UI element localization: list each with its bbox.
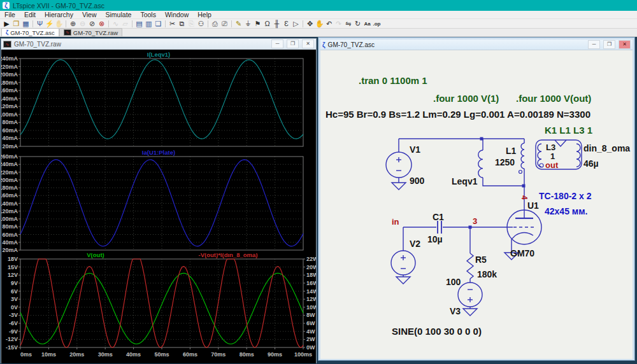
- trace-title[interactable]: Ia(U1:Plate): [142, 149, 175, 156]
- v3-source[interactable]: [458, 283, 482, 307]
- print-preview-icon[interactable]: ⎚: [220, 20, 229, 28]
- schematic-label-k_directive[interactable]: K1 L1 L3 1: [545, 125, 592, 136]
- schematic-label-sec_name[interactable]: din_8_oma: [583, 143, 630, 153]
- waveform-plot-area[interactable]: 240mA220mA200mA180mA160mA140mA120mA100mA…: [1, 50, 316, 363]
- move-icon[interactable]: ✥: [305, 20, 315, 28]
- resistor-icon[interactable]: Ω: [262, 20, 272, 28]
- menu-item-hierarchy[interactable]: Hierarchy: [40, 11, 78, 18]
- close-button[interactable]: ✕: [302, 39, 314, 48]
- schematic-label-u1_value[interactable]: GM70: [510, 248, 534, 258]
- inductor-coil[interactable]: [478, 150, 483, 178]
- schematic-label-l1_name[interactable]: L1: [506, 146, 517, 156]
- text-icon[interactable]: Aa: [362, 20, 372, 28]
- diode-icon[interactable]: ▷: [291, 20, 301, 28]
- schematic-label-c1_value[interactable]: 10µ: [427, 234, 443, 244]
- schematic-label-size_comment[interactable]: 42x45 мм.: [545, 206, 587, 216]
- wire-icon[interactable]: ✎: [234, 20, 243, 28]
- ground-symbol[interactable]: [392, 183, 406, 190]
- save-icon[interactable]: ▦: [21, 20, 31, 28]
- minimize-button[interactable]: ─: [588, 40, 600, 49]
- spice-directive-icon[interactable]: .op: [372, 20, 382, 28]
- app-titlebar[interactable]: ζ LTspice XVII - GM-70_TVZ.asc: [0, 0, 637, 11]
- find-icon[interactable]: ⚇: [196, 20, 206, 28]
- schematic-label-v3_value[interactable]: 100: [446, 277, 461, 287]
- schematic-label-v1_name[interactable]: V1: [410, 144, 420, 155]
- schematic-label-v3_name[interactable]: V3: [450, 306, 461, 316]
- menu-item-view[interactable]: View: [78, 11, 101, 18]
- schematic-label-in_net[interactable]: in: [392, 217, 399, 227]
- schematic-label-u1_name[interactable]: U1: [527, 200, 539, 211]
- schematic-window-titlebar[interactable]: ζ GM-70_TVZ.asc ─ ❐ ✕: [320, 39, 633, 50]
- zoom-in-icon[interactable]: ⊕: [68, 20, 78, 28]
- label-icon[interactable]: ⚑: [253, 20, 262, 28]
- schematic-label-four_v1[interactable]: .four 1000 V(1): [433, 93, 499, 104]
- menu-item-edit[interactable]: Edit: [20, 11, 40, 18]
- trace-title[interactable]: V(out): [87, 253, 104, 258]
- tile-vertical-icon[interactable]: ▥: [144, 20, 154, 28]
- menu-item-window[interactable]: Window: [161, 11, 193, 18]
- schematic-label-core_params[interactable]: Hc=95 Br=0.9 Bs=1.2 Lm=0.29 Lg=0.001 A=0…: [326, 109, 590, 120]
- cut-icon[interactable]: ✂: [168, 20, 177, 28]
- menu-item-file[interactable]: File: [0, 11, 20, 18]
- wire[interactable]: [555, 140, 566, 146]
- rotate-icon[interactable]: ↻: [353, 20, 362, 28]
- restore-button[interactable]: ❐: [287, 39, 299, 48]
- schematic-label-v2_name[interactable]: V2: [410, 239, 420, 249]
- zoom-full-icon[interactable]: ⊗: [97, 20, 106, 28]
- schematic-label-transformer_comment[interactable]: TC-180-2 x 2: [539, 191, 592, 201]
- print-icon[interactable]: ⎙: [210, 20, 220, 28]
- trace-title[interactable]: I(Leqv1): [147, 51, 170, 58]
- v1-source[interactable]: [386, 152, 412, 178]
- inductor-coil[interactable]: [576, 144, 580, 167]
- control-panel-icon[interactable]: Ψ: [35, 20, 45, 28]
- zoom-back-icon[interactable]: ⊘: [87, 20, 97, 28]
- schematic-label-l3_value[interactable]: 1: [550, 151, 555, 161]
- cascade-icon[interactable]: ❏: [154, 20, 163, 28]
- schematic-label-sec_value[interactable]: 46µ: [583, 158, 599, 169]
- run-icon[interactable]: ▶: [2, 20, 11, 28]
- halt-icon[interactable]: ⚡: [45, 20, 54, 28]
- schematic-label-r5_value[interactable]: 180k: [477, 269, 497, 279]
- plot-pane-2[interactable]: 18V15V12V9V6V3V0V-3V-6V-9V-12V-15V22W20W…: [1, 253, 316, 364]
- close-button[interactable]: ✕: [619, 40, 631, 49]
- ground-icon[interactable]: ⏚: [243, 20, 253, 28]
- schematic-label-node4[interactable]: 4: [520, 195, 529, 200]
- minimize-button[interactable]: ─: [271, 39, 283, 48]
- mirror-icon[interactable]: ⇋: [343, 20, 353, 28]
- schematic-label-leqv1_name[interactable]: Leqv1: [452, 176, 478, 186]
- drag-icon[interactable]: ✋: [315, 20, 324, 28]
- plot-pane-1[interactable]: 260mA240mA220mA200mA180mA160mA140mA120mA…: [1, 148, 316, 253]
- restore-button[interactable]: ❐: [603, 40, 615, 49]
- schematic-label-c1_name[interactable]: C1: [433, 212, 444, 222]
- schematic-label-r5_name[interactable]: R5: [475, 255, 487, 265]
- menu-item-simulate[interactable]: Simulate: [101, 11, 136, 18]
- menu-item-tools[interactable]: Tools: [136, 11, 161, 18]
- wire[interactable]: [515, 233, 533, 236]
- tab-waveform[interactable]: ∿GM-70_TVZ.raw: [59, 28, 122, 36]
- open-icon[interactable]: ❐: [11, 20, 21, 28]
- schematic-label-l1_value[interactable]: 1250: [495, 157, 515, 167]
- tile-horizontal-icon[interactable]: ▤: [134, 20, 144, 28]
- schematic-label-out_net[interactable]: out: [545, 160, 559, 170]
- schematic-label-v1_value[interactable]: 900: [410, 176, 425, 186]
- ground-symbol[interactable]: [463, 309, 477, 316]
- schematic-label-node3[interactable]: 3: [473, 216, 477, 226]
- copy-icon[interactable]: ⧉: [177, 20, 187, 28]
- ground-symbol[interactable]: [396, 277, 410, 284]
- v2-source[interactable]: [391, 251, 415, 275]
- schematic-label-sine_directive[interactable]: SINE(0 100 30 0 0 0): [392, 326, 482, 337]
- schematic-label-tran[interactable]: .tran 0 1100m 1: [359, 75, 427, 86]
- tab-schematic[interactable]: ζGM-70_TVZ.asc: [1, 28, 59, 36]
- schematic-label-l3_name[interactable]: L3: [546, 143, 555, 152]
- trace-title[interactable]: -V(out)*I(din_8_oma): [199, 253, 258, 258]
- menu-item-help[interactable]: Help: [193, 11, 216, 18]
- schematic-label-four_vout[interactable]: .four 1000 V(out): [516, 93, 591, 104]
- waveform-window-titlebar[interactable]: ∿ GM-70_TVZ.raw ─ ❐ ✕: [1, 39, 316, 50]
- inductor-coil[interactable]: [521, 143, 524, 169]
- wire[interactable]: [467, 253, 473, 279]
- undo-icon[interactable]: ↶: [324, 20, 334, 28]
- schematic-canvas[interactable]: .tran 0 1100m 1.four 1000 V(1).four 1000…: [320, 50, 633, 359]
- wire[interactable]: [483, 178, 524, 186]
- capacitor-icon[interactable]: ╫: [272, 20, 282, 28]
- inductor-icon[interactable]: Ɛ: [282, 20, 291, 28]
